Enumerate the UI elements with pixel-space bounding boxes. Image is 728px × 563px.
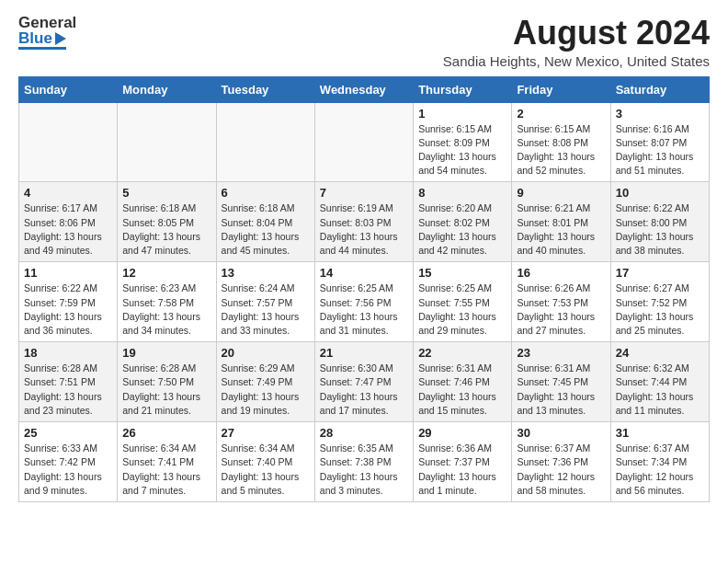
day-info: Sunrise: 6:34 AM Sunset: 7:41 PM Dayligh… xyxy=(122,442,210,498)
calendar-cell: 6Sunrise: 6:18 AM Sunset: 8:04 PM Daylig… xyxy=(216,182,314,262)
day-number: 31 xyxy=(616,426,704,440)
day-info: Sunrise: 6:37 AM Sunset: 7:34 PM Dayligh… xyxy=(616,442,704,498)
day-number: 5 xyxy=(122,186,210,200)
calendar-cell: 2Sunrise: 6:15 AM Sunset: 8:08 PM Daylig… xyxy=(512,102,610,182)
day-info: Sunrise: 6:15 AM Sunset: 8:09 PM Dayligh… xyxy=(418,122,506,178)
day-info: Sunrise: 6:34 AM Sunset: 7:40 PM Dayligh… xyxy=(222,442,310,498)
calendar-cell: 25Sunrise: 6:33 AM Sunset: 7:42 PM Dayli… xyxy=(19,422,118,502)
calendar-cell: 11Sunrise: 6:22 AM Sunset: 7:59 PM Dayli… xyxy=(19,262,118,342)
day-number: 29 xyxy=(418,426,506,440)
day-number: 21 xyxy=(320,346,408,360)
calendar-week-row: 1Sunrise: 6:15 AM Sunset: 8:09 PM Daylig… xyxy=(19,102,710,182)
title-area: August 2024 Sandia Heights, New Mexico, … xyxy=(443,15,710,69)
calendar-cell: 26Sunrise: 6:34 AM Sunset: 7:41 PM Dayli… xyxy=(118,422,216,502)
column-header-tuesday: Tuesday xyxy=(216,76,314,102)
day-info: Sunrise: 6:22 AM Sunset: 8:00 PM Dayligh… xyxy=(616,201,704,258)
day-number: 19 xyxy=(122,346,210,360)
calendar-cell: 14Sunrise: 6:25 AM Sunset: 7:56 PM Dayli… xyxy=(314,262,413,342)
calendar-cell: 17Sunrise: 6:27 AM Sunset: 7:52 PM Dayli… xyxy=(610,262,709,342)
column-header-wednesday: Wednesday xyxy=(314,76,413,102)
day-number: 4 xyxy=(24,186,112,200)
logo: General Blue xyxy=(18,15,76,50)
day-number: 14 xyxy=(320,266,408,280)
calendar-cell: 18Sunrise: 6:28 AM Sunset: 7:51 PM Dayli… xyxy=(19,342,118,422)
logo-blue: Blue xyxy=(18,30,76,46)
day-number: 25 xyxy=(24,426,112,440)
day-number: 11 xyxy=(24,266,112,280)
column-header-monday: Monday xyxy=(118,76,216,102)
calendar-cell xyxy=(118,102,216,182)
day-number: 13 xyxy=(222,266,310,280)
calendar-cell: 3Sunrise: 6:16 AM Sunset: 8:07 PM Daylig… xyxy=(610,102,709,182)
day-number: 28 xyxy=(320,426,408,440)
day-info: Sunrise: 6:31 AM Sunset: 7:45 PM Dayligh… xyxy=(517,362,605,418)
calendar-cell xyxy=(216,102,314,182)
day-number: 3 xyxy=(616,107,704,121)
day-number: 18 xyxy=(24,346,112,360)
calendar-week-row: 18Sunrise: 6:28 AM Sunset: 7:51 PM Dayli… xyxy=(19,342,710,422)
calendar-cell: 28Sunrise: 6:35 AM Sunset: 7:38 PM Dayli… xyxy=(314,422,413,502)
day-info: Sunrise: 6:27 AM Sunset: 7:52 PM Dayligh… xyxy=(616,282,704,338)
logo-arrow-icon xyxy=(55,32,66,45)
calendar-cell: 13Sunrise: 6:24 AM Sunset: 7:57 PM Dayli… xyxy=(216,262,314,342)
day-number: 9 xyxy=(517,186,605,200)
day-info: Sunrise: 6:17 AM Sunset: 8:06 PM Dayligh… xyxy=(24,201,112,258)
calendar-cell: 24Sunrise: 6:32 AM Sunset: 7:44 PM Dayli… xyxy=(610,342,709,422)
day-info: Sunrise: 6:20 AM Sunset: 8:02 PM Dayligh… xyxy=(418,201,506,258)
day-info: Sunrise: 6:21 AM Sunset: 8:01 PM Dayligh… xyxy=(517,201,605,258)
calendar-cell: 9Sunrise: 6:21 AM Sunset: 8:01 PM Daylig… xyxy=(512,182,610,262)
calendar-cell: 21Sunrise: 6:30 AM Sunset: 7:47 PM Dayli… xyxy=(314,342,413,422)
day-info: Sunrise: 6:37 AM Sunset: 7:36 PM Dayligh… xyxy=(517,442,605,498)
calendar-cell: 15Sunrise: 6:25 AM Sunset: 7:55 PM Dayli… xyxy=(414,262,512,342)
day-number: 15 xyxy=(418,266,506,280)
calendar-cell: 19Sunrise: 6:28 AM Sunset: 7:50 PM Dayli… xyxy=(118,342,216,422)
day-number: 1 xyxy=(418,107,506,121)
day-number: 2 xyxy=(517,107,605,121)
day-info: Sunrise: 6:31 AM Sunset: 7:46 PM Dayligh… xyxy=(418,362,506,418)
day-number: 10 xyxy=(616,186,704,200)
day-info: Sunrise: 6:16 AM Sunset: 8:07 PM Dayligh… xyxy=(616,122,704,178)
day-number: 30 xyxy=(517,426,605,440)
calendar-cell: 30Sunrise: 6:37 AM Sunset: 7:36 PM Dayli… xyxy=(512,422,610,502)
day-number: 16 xyxy=(517,266,605,280)
calendar-week-row: 11Sunrise: 6:22 AM Sunset: 7:59 PM Dayli… xyxy=(19,262,710,342)
calendar-cell xyxy=(314,102,413,182)
day-number: 20 xyxy=(222,346,310,360)
column-header-saturday: Saturday xyxy=(610,76,709,102)
calendar-cell: 29Sunrise: 6:36 AM Sunset: 7:37 PM Dayli… xyxy=(414,422,512,502)
day-number: 27 xyxy=(222,426,310,440)
header: General Blue August 2024 Sandia Heights,… xyxy=(18,15,710,69)
day-number: 26 xyxy=(122,426,210,440)
calendar-cell: 1Sunrise: 6:15 AM Sunset: 8:09 PM Daylig… xyxy=(414,102,512,182)
day-number: 8 xyxy=(418,186,506,200)
calendar-cell: 12Sunrise: 6:23 AM Sunset: 7:58 PM Dayli… xyxy=(118,262,216,342)
logo-general: General xyxy=(18,15,76,30)
day-info: Sunrise: 6:36 AM Sunset: 7:37 PM Dayligh… xyxy=(418,442,506,498)
calendar-cell: 8Sunrise: 6:20 AM Sunset: 8:02 PM Daylig… xyxy=(414,182,512,262)
calendar-week-row: 25Sunrise: 6:33 AM Sunset: 7:42 PM Dayli… xyxy=(19,422,710,502)
column-header-thursday: Thursday xyxy=(414,76,512,102)
logo-underline xyxy=(18,47,66,50)
day-number: 24 xyxy=(616,346,704,360)
day-info: Sunrise: 6:28 AM Sunset: 7:51 PM Dayligh… xyxy=(24,362,112,418)
calendar-cell: 4Sunrise: 6:17 AM Sunset: 8:06 PM Daylig… xyxy=(19,182,118,262)
day-number: 6 xyxy=(222,186,310,200)
day-info: Sunrise: 6:26 AM Sunset: 7:53 PM Dayligh… xyxy=(517,282,605,338)
day-info: Sunrise: 6:32 AM Sunset: 7:44 PM Dayligh… xyxy=(616,362,704,418)
calendar-cell: 20Sunrise: 6:29 AM Sunset: 7:49 PM Dayli… xyxy=(216,342,314,422)
day-info: Sunrise: 6:18 AM Sunset: 8:04 PM Dayligh… xyxy=(222,201,310,258)
calendar-header-row: SundayMondayTuesdayWednesdayThursdayFrid… xyxy=(19,76,710,102)
day-info: Sunrise: 6:23 AM Sunset: 7:58 PM Dayligh… xyxy=(122,282,210,338)
calendar-cell: 31Sunrise: 6:37 AM Sunset: 7:34 PM Dayli… xyxy=(610,422,709,502)
day-info: Sunrise: 6:35 AM Sunset: 7:38 PM Dayligh… xyxy=(320,442,408,498)
day-number: 17 xyxy=(616,266,704,280)
day-info: Sunrise: 6:18 AM Sunset: 8:05 PM Dayligh… xyxy=(122,201,210,258)
day-info: Sunrise: 6:33 AM Sunset: 7:42 PM Dayligh… xyxy=(24,442,112,498)
day-info: Sunrise: 6:19 AM Sunset: 8:03 PM Dayligh… xyxy=(320,201,408,258)
calendar-cell: 22Sunrise: 6:31 AM Sunset: 7:46 PM Dayli… xyxy=(414,342,512,422)
calendar-cell: 23Sunrise: 6:31 AM Sunset: 7:45 PM Dayli… xyxy=(512,342,610,422)
column-header-sunday: Sunday xyxy=(19,76,118,102)
calendar-table: SundayMondayTuesdayWednesdayThursdayFrid… xyxy=(18,76,710,502)
location-subtitle: Sandia Heights, New Mexico, United State… xyxy=(443,53,710,69)
day-info: Sunrise: 6:29 AM Sunset: 7:49 PM Dayligh… xyxy=(222,362,310,418)
